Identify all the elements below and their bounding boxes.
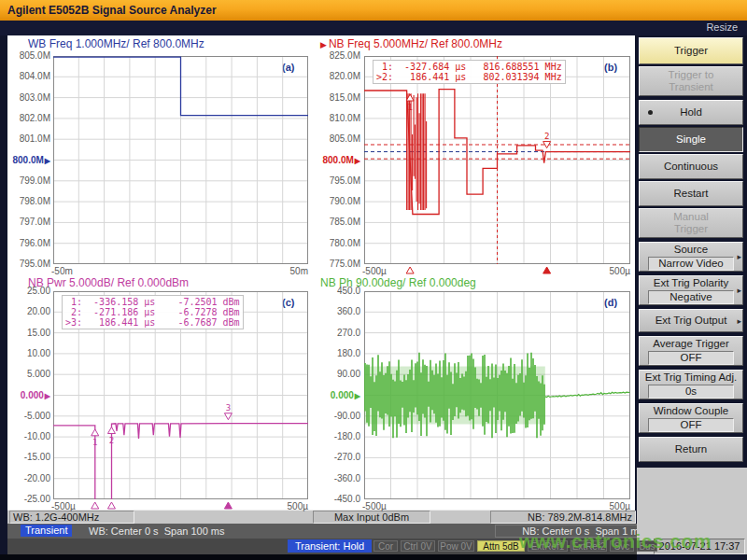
- ref-level-icon: ▶: [45, 392, 50, 400]
- datetime-display: 2016-07-21 17:37: [654, 539, 745, 554]
- marker-readout-c: 1: -336.158 µs -7.2501 dBm 2: -271.186 µ…: [62, 295, 244, 329]
- sidebar-button-restart[interactable]: Restart: [639, 181, 743, 206]
- status-item-svc: Svc: [610, 540, 634, 552]
- y-tick-label: 797.0M: [8, 217, 50, 227]
- sidebar-button-label: Trigger: [640, 45, 742, 57]
- y-tick-label: 780.0M: [318, 238, 360, 248]
- sidebar-button-label: Single: [640, 133, 742, 146]
- sidebar-button-hold[interactable]: Hold: [639, 100, 743, 125]
- status-item-transient-hold: Transient: Hold: [288, 539, 372, 553]
- sidebar-button-source[interactable]: SourceNarrow Video▸: [639, 242, 743, 272]
- window-title: Agilent E5052B Signal Source Analyzer: [0, 0, 747, 21]
- wb-span-text: WB: Center 0 s Span 100 ms: [89, 525, 225, 538]
- sidebar-button-label: Source: [640, 244, 742, 256]
- status-item-cor: Cor: [374, 540, 398, 552]
- sidebar-button-ext-trig-output[interactable]: Ext Trig Output▸: [639, 309, 743, 332]
- plot-b-title: ▶NB Freq 5.000MHz/ Ref 800.0MHz: [320, 37, 502, 50]
- status-item-ctrl-0v: Ctrl 0V: [401, 540, 435, 552]
- transient-tab[interactable]: Transient: [21, 525, 72, 537]
- svg-text:1: 1: [92, 438, 97, 447]
- y-tick-label: 5.000: [8, 369, 50, 379]
- y-tick-label: 801.0M: [8, 133, 50, 144]
- y-tick-label: 90.00: [318, 369, 360, 379]
- sidebar-button-value: OFF: [648, 351, 734, 365]
- max-input-box: Max Input 0dBm: [313, 511, 430, 524]
- y-tick-label: 775.0M: [318, 259, 360, 269]
- sidebar-button-value: Narrow Video: [648, 257, 734, 271]
- y-tick-label: 804.0M: [8, 71, 50, 81]
- sidebar-button-label: Return: [640, 443, 742, 455]
- bottom-border: [0, 554, 747, 560]
- sidebar-button-return[interactable]: Return: [639, 437, 743, 462]
- y-tick-label: -20.00: [8, 473, 50, 483]
- status-item-pow-0v: Pow 0V: [438, 540, 474, 552]
- y-tick-label: 796.0M: [8, 238, 50, 248]
- y-tick-label: 810.0M: [318, 113, 360, 123]
- sidebar-button-value: OFF: [648, 418, 734, 432]
- y-tick-label: 800.0M▶: [8, 155, 50, 165]
- sidebar-button-average-trigger[interactable]: Average TriggerOFF: [639, 336, 743, 366]
- nb-range-box: NB: 789.2M-814.8MHz: [490, 511, 636, 524]
- y-tick-label: 20.00: [8, 306, 50, 316]
- y-tick-label: 360.0: [318, 306, 360, 316]
- sidebar-button-label2: Trigger: [640, 223, 742, 235]
- submenu-arrow-icon: ▸: [737, 251, 741, 263]
- submenu-arrow-icon: ▸: [737, 315, 741, 327]
- y-tick-label: -90.00: [318, 411, 360, 421]
- y-tick-label: 805.0M: [318, 133, 360, 144]
- active-trace-icon: ▶: [320, 40, 327, 49]
- selected-dot-icon: [648, 110, 653, 115]
- y-tick-label: 799.0M: [8, 175, 50, 186]
- svg-text:3: 3: [226, 403, 231, 413]
- y-tick-label: 450.0: [318, 286, 360, 296]
- y-tick-label: 10.00: [8, 348, 50, 358]
- plot-area-a: [53, 56, 308, 274]
- y-tick-label: -5.000: [8, 411, 50, 421]
- y-tick-label: 800.0M▶: [318, 155, 360, 165]
- sidebar-button-label: Average Trigger: [640, 338, 742, 350]
- sidebar-button-label: Ext Trig Output: [640, 315, 742, 327]
- sidebar-button-trigger[interactable]: Trigger: [639, 37, 743, 64]
- status-item-extref2: ExtRef2: [571, 540, 607, 552]
- y-tick-label: 25.00: [8, 286, 50, 296]
- sidebar-button-label: Manual: [640, 211, 742, 223]
- ref-level-icon: ▶: [355, 392, 360, 400]
- svg-text:2: 2: [544, 132, 549, 141]
- sidebar-button-label: Window Couple: [640, 405, 742, 417]
- y-tick-label: 15.00: [8, 328, 50, 338]
- y-tick-label: 790.0M: [318, 196, 360, 206]
- status-item-bus: Bus: [637, 540, 657, 552]
- sidebar-button-window-couple[interactable]: Window CoupleOFF: [639, 403, 743, 433]
- plot-area-b: 12: [364, 56, 630, 274]
- resize-button[interactable]: Resize: [706, 21, 738, 33]
- sidebar-button-ext-trig-timing-adj[interactable]: Ext Trig Timing Adj.0s: [639, 370, 743, 399]
- sidebar-button-label: Ext Trig Timing Adj.: [640, 371, 742, 384]
- status-item-extref1: ExtRef1: [528, 540, 568, 552]
- instrument-screen: Agilent E5052B Signal Source Analyzer Re…: [0, 0, 747, 560]
- y-tick-label: -450.0: [318, 494, 360, 504]
- plot-a-title: WB Freq 1.000MHz/ Ref 800.0MHz: [28, 37, 204, 50]
- sidebar-button-label: Hold: [640, 106, 742, 119]
- y-tick-label: 798.0M: [8, 196, 50, 206]
- ref-level-icon: ▶: [355, 157, 360, 165]
- sidebar-button-ext-trig-polarity[interactable]: Ext Trig PolarityNegative▸: [639, 275, 743, 305]
- y-tick-label: -25.00: [8, 494, 50, 504]
- y-tick-label: 815.0M: [318, 92, 360, 103]
- y-tick-label: -360.0: [318, 473, 360, 483]
- sidebar-button-trigger-to-transient: Trigger toTransient: [639, 66, 743, 96]
- sidebar-button-value: Negative: [648, 290, 734, 304]
- y-tick-label: -270.0: [318, 452, 360, 462]
- status-item-attn-5db: Attn 5dB: [477, 540, 525, 552]
- y-tick-label: 180.0: [318, 348, 360, 358]
- y-tick-label: 803.0M: [8, 92, 50, 103]
- submenu-arrow-icon: ▸: [737, 285, 741, 297]
- y-tick-label: 820.0M: [318, 71, 360, 81]
- wb-range-box: WB: 1.2G-400MHz: [9, 511, 134, 524]
- y-tick-label: -15.00: [8, 452, 50, 462]
- svg-text:2: 2: [109, 436, 114, 445]
- sidebar-button-continuous[interactable]: Continuous: [639, 154, 743, 179]
- marker-readout-b: 1: -327.684 µs 816.688551 MHz >2: 186.44…: [373, 60, 566, 84]
- y-tick-label: 0.000▶: [318, 390, 360, 400]
- y-tick-label: 795.0M: [8, 259, 50, 269]
- sidebar-button-single[interactable]: Single: [639, 127, 743, 152]
